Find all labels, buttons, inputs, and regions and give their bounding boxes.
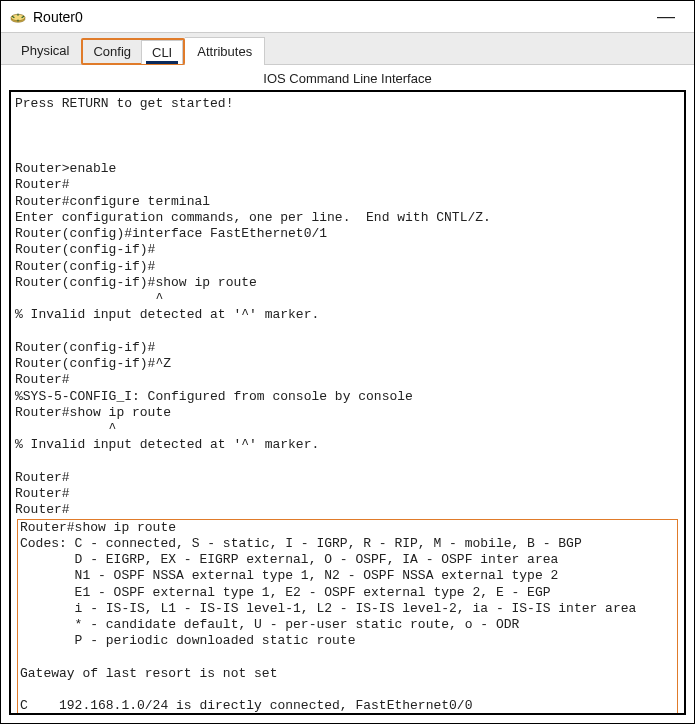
tab-highlight-group: Config CLI [81,38,185,65]
tab-attributes[interactable]: Attributes [185,37,265,65]
terminal-block-2: Router#show ip route Codes: C - connecte… [20,520,675,716]
router-icon [9,8,27,26]
tab-cli[interactable]: CLI [141,40,183,64]
terminal-output[interactable]: Press RETURN to get started! Router>enab… [11,92,684,715]
tab-config[interactable]: Config [83,40,141,63]
app-window: Router0 — Physical Config CLI Attributes… [0,0,695,724]
minimize-button[interactable]: — [646,6,686,27]
titlebar: Router0 — [1,1,694,33]
terminal-block-2-highlight: Router#show ip route Codes: C - connecte… [17,519,678,716]
window-title: Router0 [33,9,646,25]
tab-physical[interactable]: Physical [9,37,81,64]
cli-subtitle: IOS Command Line Interface [1,65,694,90]
terminal-frame: Press RETURN to get started! Router>enab… [9,90,686,715]
terminal-block-1: Press RETURN to get started! Router>enab… [15,96,680,519]
tab-bar: Physical Config CLI Attributes [1,33,694,65]
